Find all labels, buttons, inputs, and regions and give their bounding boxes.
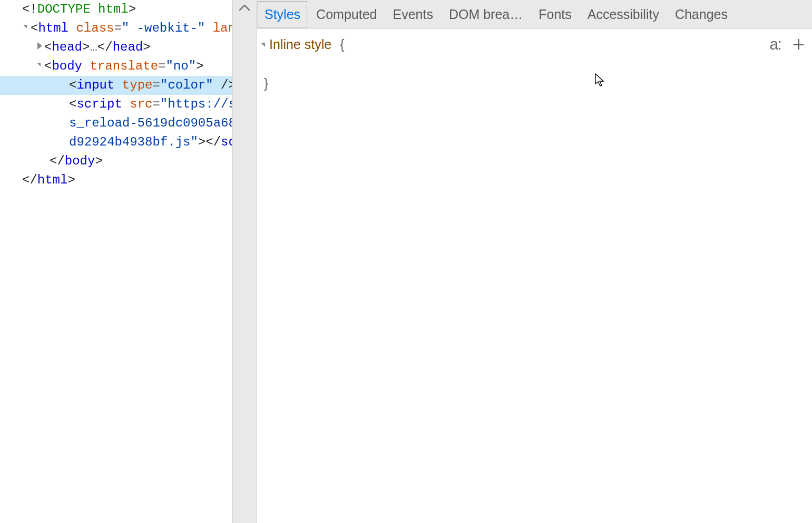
punct: </: [50, 154, 65, 168]
dom-node-doctype[interactable]: <!DOCTYPE html>: [0, 0, 232, 19]
attr-value: d92924b4938bf.js": [69, 135, 198, 149]
doctype-text: DOCTYPE html: [37, 2, 129, 16]
sidebar-tabs: Styles Computed Events DOM brea… Fonts A…: [257, 0, 812, 29]
tag-name: html: [38, 21, 69, 35]
tab-dom-breakpoints[interactable]: DOM brea…: [441, 0, 531, 28]
styles-sidebar: Styles Computed Events DOM brea… Fonts A…: [257, 0, 812, 523]
attr-name: lang: [213, 21, 232, 35]
tab-changes[interactable]: Changes: [667, 0, 736, 28]
punct: >: [95, 154, 102, 168]
tag-name: script: [76, 97, 122, 111]
dom-node-script-cont1[interactable]: s_reload-5619dc0905a68b2: [0, 114, 232, 133]
expand-toggle-icon[interactable]: [36, 42, 43, 50]
dom-node-html[interactable]: <html class=" -webkit-" lang: [0, 19, 232, 38]
punct: >: [67, 173, 75, 187]
brace-open: {: [340, 37, 344, 52]
punct: >: [198, 135, 206, 149]
attr-value: "color": [160, 78, 213, 92]
punct: />: [213, 78, 232, 92]
attr-value: s_reload-5619dc0905a68b2: [69, 116, 232, 130]
dom-node-input-selected[interactable]: <input type="color" />: [0, 76, 232, 95]
add-rule-button[interactable]: +: [793, 38, 805, 51]
punct: <: [69, 97, 76, 111]
tag-name: input: [76, 78, 114, 92]
attr-name: type: [122, 78, 153, 92]
tag-name: body: [52, 59, 82, 73]
ellipsis: …: [90, 40, 97, 54]
tag-name: scri: [221, 135, 232, 149]
punct: >: [143, 40, 150, 54]
rule-inline-style[interactable]: Inline style {: [261, 37, 801, 52]
toggle-pseudo-classes-button[interactable]: a:: [770, 35, 781, 53]
brace-close: }: [264, 76, 801, 91]
panel-splitter[interactable]: [232, 0, 257, 523]
tab-accessibility[interactable]: Accessibility: [580, 0, 667, 28]
tag-name: body: [65, 154, 95, 168]
punct: >: [196, 59, 203, 73]
tab-events[interactable]: Events: [385, 0, 441, 28]
expand-toggle-icon[interactable]: [22, 23, 30, 31]
tag-name: html: [37, 173, 68, 187]
tab-fonts[interactable]: Fonts: [531, 0, 580, 28]
dom-tree-panel[interactable]: <!DOCTYPE html> <html class=" -webkit-" …: [0, 0, 232, 523]
attr-value: "no": [165, 59, 196, 73]
punct: <!: [22, 2, 37, 16]
attr-value: " -webkit-": [122, 21, 205, 35]
dom-node-script[interactable]: <script src="https://sta: [0, 95, 232, 114]
dom-node-body-close[interactable]: </body>: [0, 152, 232, 171]
punct: </: [206, 135, 221, 149]
dom-node-script-cont2[interactable]: d92924b4938bf.js"></scri: [0, 133, 232, 152]
tab-styles[interactable]: Styles: [257, 0, 308, 28]
punct: <: [44, 40, 52, 54]
tab-computed[interactable]: Computed: [308, 0, 385, 28]
rules-pane[interactable]: Inline style { } a: +: [257, 29, 812, 523]
punct: >: [129, 2, 136, 16]
chevron-up-icon[interactable]: [238, 3, 251, 13]
attr-name: class: [76, 21, 114, 35]
punct: </: [97, 40, 113, 54]
attr-name: src: [130, 97, 152, 111]
dom-node-html-close[interactable]: </html>: [0, 171, 232, 190]
attr-name: translate: [90, 59, 158, 73]
expand-toggle-icon[interactable]: [261, 43, 265, 47]
tag-name: head: [52, 40, 82, 54]
dom-node-body[interactable]: <body translate="no">: [0, 57, 232, 76]
punct: <: [44, 59, 52, 73]
expand-toggle-icon[interactable]: [36, 61, 43, 69]
punct: <: [69, 78, 76, 92]
rule-selector-text: Inline style: [269, 37, 331, 52]
punct: </: [22, 173, 37, 187]
attr-value: "https://sta: [160, 97, 232, 111]
punct: >: [82, 40, 90, 54]
dom-node-head[interactable]: <head>…</head>: [0, 38, 232, 57]
tag-name: head: [113, 40, 143, 54]
punct: <: [31, 21, 38, 35]
